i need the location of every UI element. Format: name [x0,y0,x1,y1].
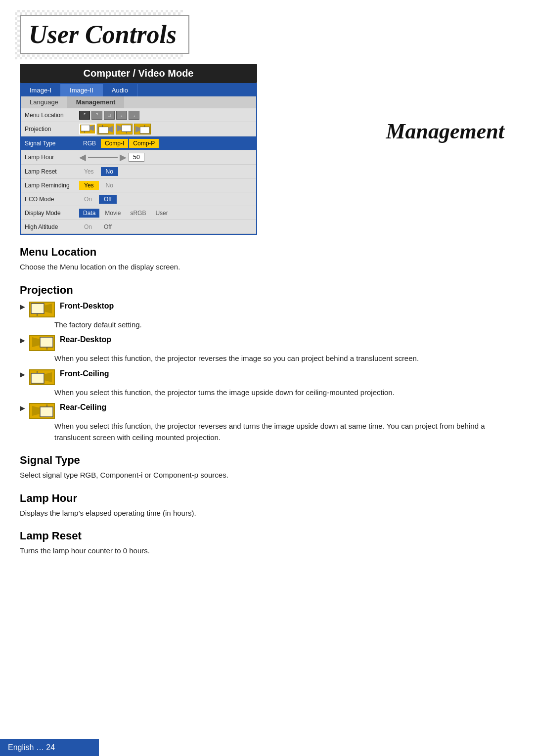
loc-icon-tl[interactable]: ⌜ [79,111,90,120]
proj-thumb-rear-ceiling [29,403,55,419]
svg-rect-6 [122,125,131,132]
loc-icon-br[interactable]: ⌟ [129,111,139,120]
front-desktop-desc: The factory default setting. [54,319,514,331]
disp-data-btn[interactable]: Data [79,209,99,218]
lamp-reset-label: Lamp Reset [25,168,79,175]
cv-mode-bar: Computer / Video Mode [20,64,257,83]
loc-icon-bl[interactable]: ⌞ [116,111,127,120]
proj-icon-front-desktop[interactable] [79,124,96,134]
eco-mode-label: ECO Mode [25,196,79,203]
svg-marker-4 [108,126,113,132]
proj-thumb-rear-desktop [29,335,55,351]
proj-icon-rear-desktop[interactable] [116,124,133,134]
lamp-reminding-value: Yes No [79,181,252,190]
lamp-value-box: 50 [129,153,144,162]
projection-value [79,124,252,134]
menu-location-value: ⌜ ⌝ □ ⌞ ⌟ [79,111,252,120]
rear-desktop-desc: When you select this function, the proje… [54,353,514,364]
rear-ceiling-desc: When you select this function, the proje… [54,421,514,443]
svg-rect-0 [81,125,90,131]
loc-icon-c[interactable]: □ [104,111,115,120]
tab-audio[interactable]: Audio [103,84,137,96]
alt-on-btn[interactable]: On [79,222,97,231]
projection-rear-desktop-item: ▶ Rear-Desktop [20,335,514,351]
bullet-rear-desktop: ▶ [20,336,25,344]
menu-row-high-altitude: High Altitude On Off [21,220,256,234]
tab-row: Image-I Image-II Audio [21,84,256,96]
svg-rect-3 [99,127,108,133]
eco-off-btn[interactable]: Off [99,195,117,204]
projection-front-desktop-item: ▶ Front-Desktop [20,302,514,317]
page-header-box: User Controls [20,15,189,54]
disp-user-btn[interactable]: User [151,209,172,218]
front-ceiling-label: Front-Ceiling [60,369,109,378]
lamp-reminding-label: Lamp Reminding [25,182,79,189]
projection-heading: Projection [20,284,514,297]
svg-marker-7 [117,125,122,132]
signal-type-text: Select signal type RGB, Component-i or C… [20,470,514,481]
front-desktop-label: Front-Desktop [60,302,114,311]
lamp-reminding-no-btn[interactable]: No [101,181,118,190]
proj-thumb-front-desktop [29,302,55,317]
projection-front-ceiling-item: ▶ Front-Ceiling [20,369,514,385]
subtab-language[interactable]: Language [21,96,67,108]
lamp-hour-label: Lamp Hour [25,154,79,161]
eco-on-btn[interactable]: On [79,195,97,204]
lamp-reset-heading: Lamp Reset [20,530,514,542]
menu-row-lamp-reminding: Lamp Reminding Yes No [21,178,256,192]
svg-rect-12 [31,304,44,313]
lamp-arrow-left[interactable]: ◀ [79,152,86,163]
front-ceiling-desc: When you select this function, the proje… [54,387,514,399]
disp-movie-btn[interactable]: Movie [101,209,125,218]
tab-image-i[interactable]: Image-I [21,84,61,96]
signal-compp-btn[interactable]: Comp-P [129,139,159,148]
lamp-hour-text: Displays the lamp’s elapsed operating ti… [20,508,514,519]
svg-rect-18 [31,373,44,383]
location-icons: ⌜ ⌝ □ ⌞ ⌟ [79,111,139,120]
lamp-slider [88,157,118,158]
lamp-reset-yes-btn[interactable]: Yes [79,167,99,176]
menu-row-display-mode: Display Mode Data Movie sRGB User [21,206,256,220]
projection-icons [79,124,151,134]
footer-bar: English … 24 [0,739,99,756]
menu-row-lamp-reset: Lamp Reset Yes No [21,165,256,178]
lamp-arrow-right[interactable]: ▶ [120,152,127,163]
menu-location-label: Menu Location [25,112,79,119]
proj-icon-rear-ceiling[interactable] [134,124,151,134]
subtab-row: Language Management [21,96,256,108]
menu-location-heading: Menu Location [20,246,514,259]
signal-type-heading: Signal Type [20,454,514,467]
signal-rgb-btn[interactable]: RGB [79,139,100,148]
rear-ceiling-label: Rear-Ceiling [60,403,106,412]
lamp-reset-no-btn[interactable]: No [101,167,118,176]
menu-row-signal-type: Signal Type RGB Comp-I Comp-P [21,136,256,150]
signal-compi-btn[interactable]: Comp-I [101,139,128,148]
display-mode-label: Display Mode [25,210,79,217]
proj-icon-front-ceiling[interactable] [97,124,114,134]
proj-thumb-front-ceiling [29,369,55,385]
bullet-front-desktop: ▶ [20,303,25,311]
svg-rect-9 [140,127,149,133]
tab-image-ii[interactable]: Image-II [61,84,103,96]
svg-marker-10 [135,126,140,132]
svg-marker-1 [89,125,94,131]
rear-desktop-label: Rear-Desktop [60,335,111,344]
management-label: Management [386,119,504,144]
alt-off-btn[interactable]: Off [99,222,117,231]
subtab-management[interactable]: Management [67,96,124,108]
menu-location-text: Choose the Menu location on the display … [20,262,514,273]
lamp-reminding-yes-btn[interactable]: Yes [79,181,99,190]
svg-rect-21 [40,407,53,417]
bullet-rear-ceiling: ▶ [20,404,25,412]
svg-marker-22 [32,406,40,416]
menu-row-lamp-hour: Lamp Hour ◀ ▶ 50 [21,150,256,165]
loc-icon-tr[interactable]: ⌝ [91,111,102,120]
menu-container: Image-I Image-II Audio Language Manageme… [20,83,257,235]
menu-row-menu-location: Menu Location ⌜ ⌝ □ ⌞ ⌟ [21,108,256,122]
disp-srgb-btn[interactable]: sRGB [126,209,150,218]
projection-label: Projection [25,126,79,133]
lamp-hour-heading: Lamp Hour [20,492,514,505]
page-title: User Controls [29,20,177,48]
projection-rear-ceiling-item: ▶ Rear-Ceiling [20,403,514,419]
menu-row-projection: Projection [21,122,256,136]
